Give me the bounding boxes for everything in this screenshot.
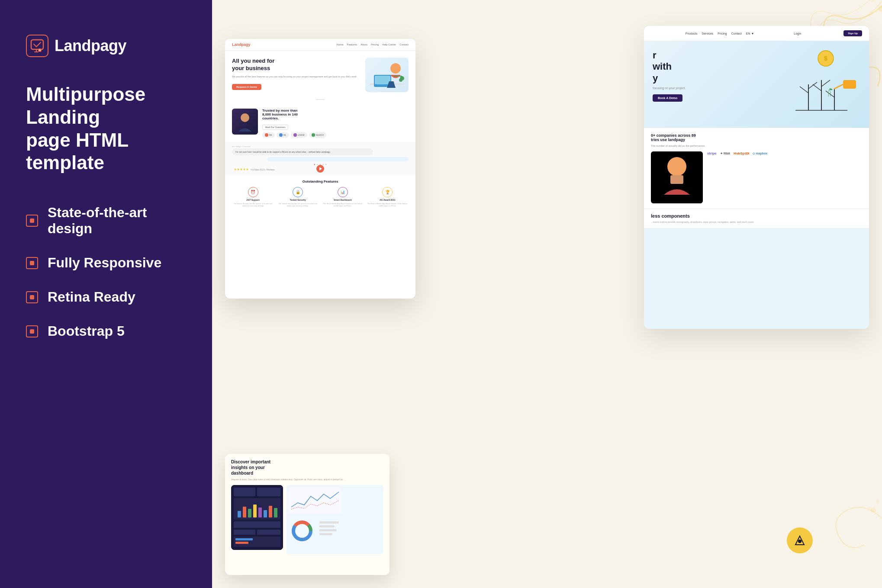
feature-label-fully-responsive: Fully Responsive <box>48 255 161 271</box>
feature-icon-bootstrap5 <box>26 325 38 337</box>
svg-point-4 <box>871 508 876 513</box>
svg-rect-57 <box>319 533 332 535</box>
logo-text: Landpagy <box>55 37 126 55</box>
card-nav: Landpagy Home Features About Pricing Hel… <box>225 39 415 51</box>
sec-logo-fitbit: ✦ fitbit <box>720 152 730 155</box>
card-feature-icon-award: 🏆 <box>382 187 393 197</box>
features-list: State-of-the-art design Fully Responsive… <box>26 205 186 339</box>
sec-nav-link-pricing: Pricing <box>718 32 727 35</box>
sec-hero-text: rwithy focusing on your project. Book A … <box>653 50 782 102</box>
sec-companies-section: 0+ companies across 89tries use landpagy… <box>644 128 869 209</box>
svg-point-3 <box>871 0 876 2</box>
sec-book-demo-button[interactable]: Book A Demo <box>653 94 682 102</box>
card-feature-icon-support: ⏰ <box>248 187 258 197</box>
svg-rect-27 <box>843 80 856 89</box>
sec-nav-link-contact: Contact <box>731 32 742 35</box>
card-feature-name-security: Tested Security <box>290 199 306 201</box>
svg-rect-31 <box>670 175 683 184</box>
card-nav-link-home: Home <box>337 43 344 46</box>
bl-card-header: Discover importantinsights on yourdashbo… <box>225 454 389 485</box>
chat-meta-left: Info: Widget • Comment <box>232 145 409 148</box>
feature-icon-state-of-art <box>26 215 38 227</box>
feature-label-bootstrap5: Bootstrap 5 <box>48 323 125 339</box>
card-hero-text: All you need foryour business We provide… <box>232 58 361 90</box>
svg-rect-56 <box>319 529 337 531</box>
svg-rect-45 <box>234 530 255 535</box>
card-hero-subtitle: We provide all the best features so you … <box>232 75 361 78</box>
sec-logo-stripe: stripe <box>707 151 717 155</box>
card-feature-award: 🏆 AG Award 2021 The Best of Mobile App A… <box>367 187 409 207</box>
sec-hero: rwithy focusing on your project. Book A … <box>644 41 869 128</box>
svg-rect-40 <box>258 508 262 517</box>
svg-rect-38 <box>248 509 251 517</box>
card-meet-customers-button[interactable]: Meet Our Customers <box>262 125 288 130</box>
card-hero-cta-button[interactable]: Request A Demo <box>232 84 261 90</box>
svg-rect-39 <box>253 504 257 517</box>
card-features-title: Outstanding Features <box>232 180 409 183</box>
svg-rect-33 <box>234 488 255 496</box>
svg-rect-42 <box>269 506 272 517</box>
card-features-section: Outstanding Features ⏰ 24/7 Support The … <box>225 175 415 211</box>
main-heading: Multipurpose Landingpage HTML template <box>26 83 186 174</box>
play-button[interactable] <box>316 165 324 173</box>
bl-card-charts <box>286 485 383 554</box>
card-feature-247: ⏰ 24/7 Support The fastest Security has … <box>232 187 274 207</box>
card-nav-link-about: About <box>361 43 367 46</box>
sec-nav: Products Services Pricing Contact EN ▼ L… <box>644 26 869 41</box>
card-hero: All you need foryour business We provide… <box>225 51 415 99</box>
bl-card-desc: Aliquam id tortor. Duis vitae tortor id … <box>231 478 383 482</box>
tag-avatar-search: SEARCH <box>309 132 327 138</box>
svg-rect-43 <box>274 508 277 517</box>
svg-point-10 <box>390 63 401 74</box>
svg-line-28 <box>834 84 843 89</box>
feature-retina-ready: Retina Ready <box>26 289 186 305</box>
svg-rect-46 <box>257 530 280 535</box>
sec-bottom-section: less components ...ments built to provid… <box>644 209 869 228</box>
feature-fully-responsive: Fully Responsive <box>26 255 186 271</box>
svg-line-20 <box>808 82 817 89</box>
card-nav-links: Home Features About Pricing Help Center … <box>337 43 409 46</box>
sec-hero-illustration: $ <box>782 50 860 119</box>
sec-nav-link-services: Services <box>702 32 713 35</box>
svg-rect-50 <box>289 488 341 514</box>
card-feature-icon-security: 🔒 <box>293 187 303 197</box>
card-nav-link-features: Features <box>347 43 357 46</box>
sec-companies-subtitle: The number of actually did as the perfor… <box>651 145 862 147</box>
svg-point-15 <box>241 113 249 122</box>
card-testimonial-image <box>232 109 258 135</box>
card-divider <box>316 99 325 100</box>
card-testimonial-content: Trusted by more than8,000 business in 14… <box>262 109 409 138</box>
card-testimonial-title: Trusted by more than8,000 business in 14… <box>262 109 409 120</box>
tag-avatar-ma: MA <box>262 132 275 138</box>
card-feature-desc-dashboard: The Smart Mobile App Award Genius on the… <box>322 202 364 207</box>
bottom-left-preview-card: Discover importantinsights on yourdashbo… <box>225 454 389 575</box>
bl-card-dark-screenshot <box>231 485 283 550</box>
feature-label-state-of-art: State-of-the-art design <box>48 205 186 237</box>
feature-icon-retina-ready <box>26 291 38 303</box>
chat-bubble-right <box>267 157 409 161</box>
logo-icon <box>26 35 48 57</box>
feature-label-retina-ready: Retina Ready <box>48 289 135 305</box>
sec-nav-login[interactable]: Login <box>794 32 801 35</box>
svg-line-19 <box>800 87 808 93</box>
sec-nav-link-products: Products <box>686 32 698 35</box>
sec-nav-signup-button[interactable]: Sign Up <box>843 30 862 36</box>
feature-state-of-art: State-of-the-art design <box>26 205 186 237</box>
sec-hero-title: rwithy <box>653 50 782 84</box>
svg-rect-54 <box>319 521 339 524</box>
sec-bottom-title: less components <box>651 213 862 218</box>
chat-bubble-left: I'm not sure how I would be able to do s… <box>232 148 373 155</box>
svg-rect-9 <box>375 76 390 84</box>
card-nav-link-contact: Contact <box>399 43 409 46</box>
svg-line-22 <box>813 84 821 91</box>
sec-nav-links: Products Services Pricing Contact EN ▼ <box>686 32 754 35</box>
preview-container: Landpagy Home Features About Pricing Hel… <box>225 26 869 575</box>
sec-nav-link-lang: EN ▼ <box>746 32 754 35</box>
tag-avatar-wl: WL <box>277 132 289 138</box>
svg-point-5 <box>876 500 879 503</box>
card-feature-dashboard: 📊 Smart Dashboard The Smart Mobile App A… <box>322 187 364 207</box>
svg-rect-12 <box>393 76 402 77</box>
sec-woman-area: stripe ✦ fitbit HubSpꝏt ◇ mapbox <box>651 151 862 203</box>
tag-avatar-loren: LOREM <box>291 132 307 138</box>
svg-rect-41 <box>264 510 267 517</box>
